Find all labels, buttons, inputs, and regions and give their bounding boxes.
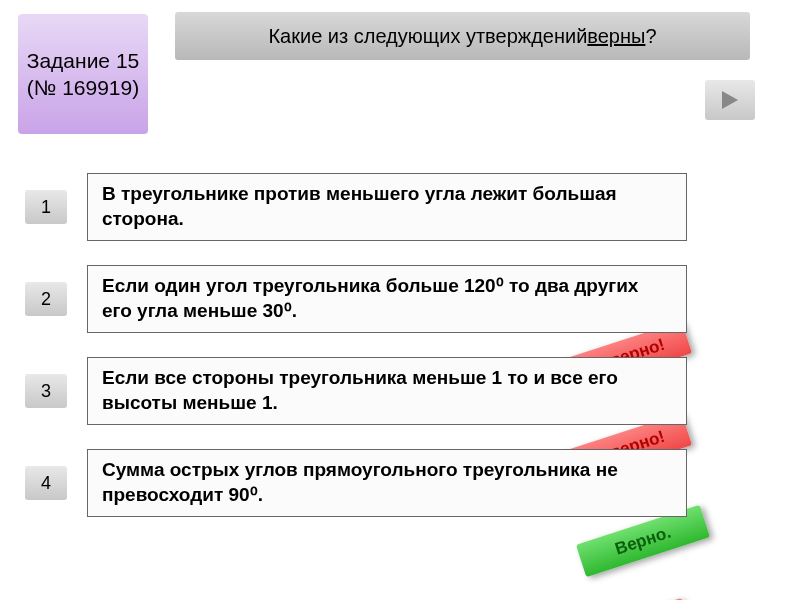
statement-row: 2 Если один угол треугольника больше 120… xyxy=(25,264,687,334)
statement-text: Сумма острых углов прямоугольного треуго… xyxy=(102,458,672,507)
statement-row: 1 В треугольнике против меньшего угла ле… xyxy=(25,172,687,242)
num-label: 2 xyxy=(41,289,51,310)
statement-row: 3 Если все стороны треугольника меньше 1… xyxy=(25,356,687,426)
num-label: 4 xyxy=(41,473,51,494)
task-badge: Задание 15(№ 169919) xyxy=(18,14,148,134)
statement-box-4: Сумма острых углов прямоугольного треуго… xyxy=(87,449,687,516)
statement-number-1[interactable]: 1 xyxy=(25,190,67,224)
statement-text: В треугольнике против меньшего угла лежи… xyxy=(102,182,672,231)
next-button[interactable] xyxy=(705,80,755,120)
question-bar: Какие из следующих утверждений верны ? xyxy=(175,12,750,60)
question-prefix: Какие из следующих утверждений xyxy=(268,25,587,48)
question-suffix: ? xyxy=(645,25,656,48)
task-badge-text: Задание 15(№ 169919) xyxy=(27,47,140,102)
statement-box-3: Если все стороны треугольника меньше 1 т… xyxy=(87,357,687,424)
svg-marker-0 xyxy=(722,91,738,109)
statement-text: Если все стороны треугольника меньше 1 т… xyxy=(102,366,672,415)
header-area: Задание 15(№ 169919) Какие из следующих … xyxy=(0,0,800,160)
question-keyword: верны xyxy=(587,25,645,48)
statement-text: Если один угол треугольника больше 120⁰ … xyxy=(102,274,672,323)
statement-box-1: В треугольнике против меньшего угла лежи… xyxy=(87,173,687,240)
statement-row: 4 Сумма острых углов прямоугольного треу… xyxy=(25,448,687,518)
statement-number-3[interactable]: 3 xyxy=(25,374,67,408)
statement-number-4[interactable]: 4 xyxy=(25,466,67,500)
stamp-label: Верно. xyxy=(613,523,674,560)
statement-box-2: Если один угол треугольника больше 120⁰ … xyxy=(87,265,687,332)
statements-area: 1 В треугольнике против меньшего угла ле… xyxy=(0,160,800,600)
statement-number-2[interactable]: 2 xyxy=(25,282,67,316)
play-icon xyxy=(720,89,740,111)
num-label: 1 xyxy=(41,197,51,218)
num-label: 3 xyxy=(41,381,51,402)
